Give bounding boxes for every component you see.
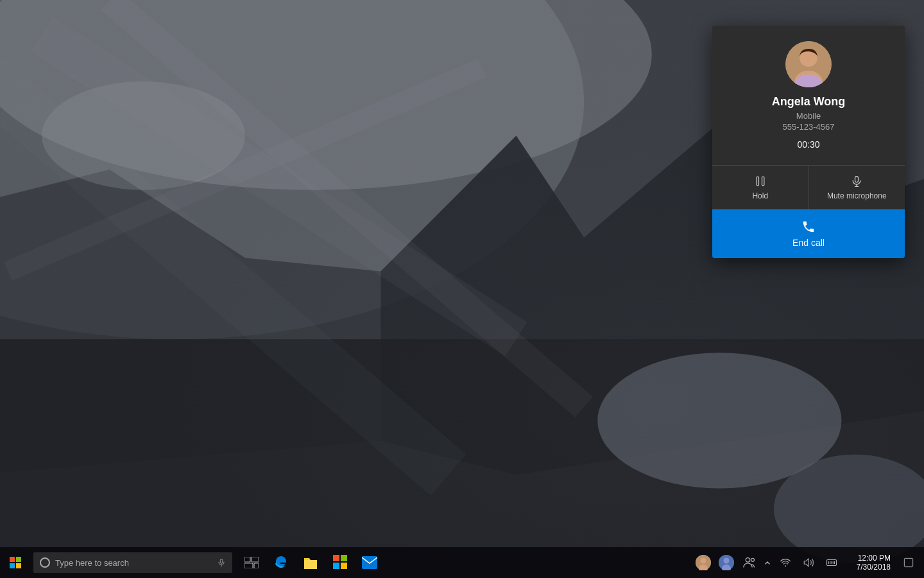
svg-rect-18 <box>762 177 764 185</box>
end-call-button[interactable]: End call <box>712 209 905 258</box>
file-explorer-app[interactable] <box>296 547 325 578</box>
call-notification-card: Angela Wong Mobile 555-123-4567 00:30 Ho… <box>712 26 905 258</box>
svg-rect-33 <box>341 555 347 561</box>
svg-rect-36 <box>362 556 377 569</box>
caller-number: 555-123-4567 <box>783 122 835 132</box>
notification-button[interactable] <box>898 547 919 578</box>
clock-time: 12:00 PM <box>858 554 891 563</box>
svg-rect-29 <box>252 557 259 562</box>
svg-rect-34 <box>333 563 339 569</box>
svg-rect-31 <box>254 563 259 568</box>
task-view-button[interactable] <box>237 547 266 578</box>
notification-icon <box>903 557 914 568</box>
search-placeholder: Type here to search <box>55 558 217 568</box>
caller-avatar <box>785 41 832 87</box>
mail-icon <box>362 555 377 570</box>
wifi-icon <box>780 557 791 568</box>
start-button[interactable] <box>0 547 31 578</box>
caller-name: Angela Wong <box>772 95 846 109</box>
svg-rect-24 <box>10 563 15 568</box>
people-icon <box>743 556 756 569</box>
avatar-icon-2 <box>719 555 734 570</box>
svg-rect-23 <box>16 557 21 562</box>
svg-point-38 <box>701 558 706 564</box>
svg-rect-32 <box>333 555 339 561</box>
call-timer: 00:30 <box>797 139 819 150</box>
tray-avatar-1[interactable] <box>693 552 714 573</box>
chevron-up-icon <box>765 559 770 566</box>
network-status-button[interactable] <box>775 552 796 573</box>
clock[interactable]: 12:00 PM 7/30/2018 <box>844 554 896 572</box>
svg-rect-30 <box>244 563 253 568</box>
end-call-label: End call <box>792 238 825 248</box>
volume-icon <box>803 557 814 568</box>
svg-rect-17 <box>757 177 758 185</box>
caller-type: Mobile <box>796 111 821 121</box>
svg-point-43 <box>746 558 750 563</box>
svg-point-45 <box>785 565 786 566</box>
system-tray: 12:00 PM 7/30/2018 <box>693 547 924 578</box>
tray-avatar-2[interactable] <box>716 552 737 573</box>
edge-icon <box>273 555 289 570</box>
network-icon-button[interactable] <box>821 552 842 573</box>
svg-point-44 <box>751 558 755 561</box>
svg-rect-26 <box>220 559 223 563</box>
task-view-icon <box>244 555 259 570</box>
hold-button[interactable]: Hold <box>712 166 809 209</box>
desktop: Angela Wong Mobile 555-123-4567 00:30 Ho… <box>0 0 924 578</box>
tray-overflow-button[interactable] <box>762 559 773 566</box>
svg-rect-35 <box>341 563 347 569</box>
svg-point-41 <box>724 558 730 564</box>
people-icon-button[interactable] <box>739 552 760 573</box>
svg-rect-28 <box>244 557 250 562</box>
taskbar: Type here to search <box>0 547 924 578</box>
mute-label: Mute microphone <box>827 191 887 200</box>
search-icon <box>40 557 50 568</box>
svg-rect-22 <box>10 557 15 562</box>
mute-microphone-button[interactable]: Mute microphone <box>809 166 905 209</box>
svg-rect-25 <box>16 563 21 568</box>
microphone-icon <box>217 558 226 567</box>
edge-app[interactable] <box>267 547 295 578</box>
search-bar[interactable]: Type here to search <box>33 552 232 573</box>
file-explorer-icon <box>303 555 318 570</box>
svg-rect-52 <box>904 558 912 566</box>
avatar-icon-1 <box>696 555 711 570</box>
store-icon <box>332 555 348 570</box>
taskbar-apps <box>237 547 384 578</box>
clock-date: 7/30/2018 <box>857 563 891 572</box>
volume-button[interactable] <box>798 552 819 573</box>
mail-app[interactable] <box>355 547 384 578</box>
store-app[interactable] <box>326 547 354 578</box>
ethernet-icon <box>826 557 837 568</box>
hold-label: Hold <box>752 191 768 200</box>
svg-rect-19 <box>855 177 859 182</box>
